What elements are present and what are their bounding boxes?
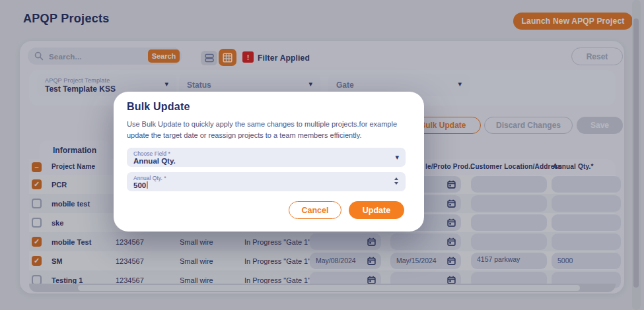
stepper-down-icon[interactable] — [394, 182, 398, 185]
chevron-down-icon: ▾ — [395, 153, 399, 162]
bulk-update-modal: Bulk Update Use Bulk Update to quickly a… — [114, 92, 424, 232]
annual-qty-value: 500 — [133, 181, 146, 189]
annual-qty-input[interactable]: Annual Qty. * 500 — [127, 172, 406, 191]
modal-description: Use Bulk Update to quickly apply the sam… — [127, 119, 398, 140]
number-stepper[interactable] — [394, 177, 400, 185]
apqp-projects-page: APQP Projects Launch New APQP Project Se… — [0, 0, 644, 310]
stepper-up-icon[interactable] — [394, 177, 398, 180]
annual-qty-label: Annual Qty. * — [133, 175, 166, 181]
modal-title: Bulk Update — [127, 101, 190, 113]
choose-field-label: Choose Field * — [133, 150, 170, 157]
choose-field-select[interactable]: Choose Field * Annual Qty. ▾ — [127, 148, 406, 167]
update-button[interactable]: Update — [349, 201, 404, 219]
cancel-button[interactable]: Cancel — [289, 201, 341, 219]
text-cursor — [147, 181, 148, 189]
choose-field-value: Annual Qty. — [133, 157, 176, 165]
